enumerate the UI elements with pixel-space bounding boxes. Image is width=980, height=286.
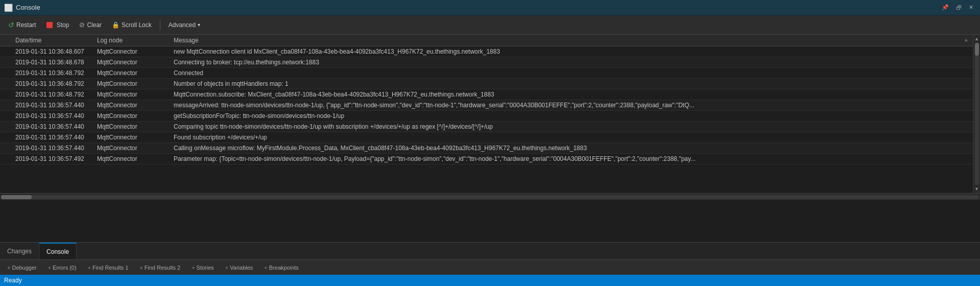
table-row: 2019-01-31 10:36:57.440MqttConnectormess… [0, 100, 973, 111]
row-indicator [0, 122, 11, 132]
log-outer: Date/time Log node Message ▲ 201 [0, 35, 980, 193]
bottom-tab-debugger[interactable]: + Debugger [2, 263, 42, 273]
row-indicator [0, 132, 11, 143]
log-table-header: Date/time Log node Message ▲ [0, 35, 973, 46]
row-lognode: MqttConnector [93, 154, 170, 164]
scroll-up-button[interactable]: ▲ [973, 36, 981, 42]
status-bar: Ready [0, 275, 980, 286]
console-area: Date/time Log node Message ▲ 201 [0, 35, 980, 242]
plus-icon-2: + [48, 265, 51, 271]
hscroll-thumb [1, 195, 32, 199]
vscroll-thumb [975, 43, 979, 56]
row-message: Found subscription +/devices/+/up [170, 132, 973, 143]
table-row: 2019-01-31 10:36:57.440MqttConnectorCall… [0, 143, 973, 154]
table-row: 2019-01-31 10:36:57.440MqttConnectorComp… [0, 122, 973, 132]
table-row: 2019-01-31 10:36:57.492MqttConnectorPara… [0, 154, 973, 164]
restart-icon: ↺ [8, 21, 14, 29]
row-message: new MqttConnection client id MxClient_cb… [170, 46, 973, 57]
row-indicator [0, 111, 11, 122]
row-indicator [0, 57, 11, 68]
bottom-tab-breakpoints[interactable]: + Breakpoints [259, 263, 304, 273]
row-lognode: MqttConnector [93, 143, 170, 154]
stop-button[interactable]: Stop [42, 20, 74, 30]
restore-button[interactable]: 🗗 [953, 3, 964, 12]
tab-changes[interactable]: Changes [0, 243, 39, 259]
row-datetime: 2019-01-31 10:36:48.792 [11, 79, 93, 89]
row-indicator [0, 143, 11, 154]
row-message: getSubscriptionForTopic: ttn-node-simon/… [170, 111, 973, 122]
col-lognode: Log node [93, 35, 170, 46]
plus-icon-7: + [264, 265, 267, 271]
title-bar-label: Console [16, 4, 40, 11]
toolbar-separator [160, 20, 160, 30]
bottom-tab-variables[interactable]: + Variables [220, 263, 258, 273]
row-indicator [0, 100, 11, 111]
plus-icon-6: + [225, 265, 228, 271]
row-message: Comparing topic ttn-node-simon/devices/t… [170, 122, 973, 132]
row-message: Parameter map: {Topic=ttn-node-simon/dev… [170, 154, 973, 164]
row-message: Number of objects in mqttHandlers map: 1 [170, 79, 973, 89]
log-content: Date/time Log node Message ▲ 201 [0, 35, 973, 193]
col-message: Message ▲ [170, 35, 973, 46]
restart-button[interactable]: ↺ Restart [4, 19, 40, 31]
bottom-tab-find-results-1[interactable]: + Find Results 1 [83, 263, 134, 273]
row-indicator [0, 68, 11, 79]
scroll-down-button[interactable]: ▼ [973, 186, 981, 192]
pin-button[interactable]: 📌 [939, 3, 951, 12]
row-indicator [0, 46, 11, 57]
plus-icon-3: + [88, 265, 91, 271]
bottom-tabs-area: Changes Console [0, 242, 980, 259]
row-lognode: MqttConnector [93, 57, 170, 68]
row-lognode: MqttConnector [93, 79, 170, 89]
stop-icon [46, 22, 53, 28]
plus-icon-5: + [192, 265, 195, 271]
row-lognode: MqttConnector [93, 100, 170, 111]
lock-icon: 🔒 [112, 21, 119, 29]
bottom-bar: + Debugger + Errors (0) + Find Results 1… [0, 259, 980, 275]
row-datetime: 2019-01-31 10:36:57.492 [11, 154, 93, 164]
row-datetime: 2019-01-31 10:36:57.440 [11, 100, 93, 111]
row-datetime: 2019-01-31 10:36:48.792 [11, 89, 93, 100]
row-indicator [0, 79, 11, 89]
row-datetime: 2019-01-31 10:36:57.440 [11, 132, 93, 143]
close-button[interactable]: ✕ [966, 3, 976, 12]
title-bar-controls: 📌 🗗 ✕ [939, 3, 976, 12]
clear-button[interactable]: ⊘ Clear [75, 19, 106, 30]
tab-console[interactable]: Console [39, 243, 77, 259]
table-row: 2019-01-31 10:36:48.792MqttConnectorNumb… [0, 79, 973, 89]
table-row: 2019-01-31 10:36:48.678MqttConnectorConn… [0, 57, 973, 68]
chevron-down-icon: ▾ [198, 22, 200, 28]
col-datetime: Date/time [11, 35, 93, 46]
log-tbody: 2019-01-31 10:36:48.607MqttConnectornew … [0, 46, 973, 164]
log-table: Date/time Log node Message ▲ 201 [0, 35, 973, 164]
row-lognode: MqttConnector [93, 68, 170, 79]
row-lognode: MqttConnector [93, 111, 170, 122]
row-message: MqttConnection.subscribe: MxClient_cba08… [170, 89, 973, 100]
bottom-tab-stories[interactable]: + Stories [186, 263, 219, 273]
row-indicator [0, 89, 11, 100]
row-datetime: 2019-01-31 10:36:57.440 [11, 122, 93, 132]
toolbar: ↺ Restart Stop ⊘ Clear 🔒 Scroll Lock Adv… [0, 15, 980, 35]
vertical-scrollbar[interactable]: ▲ ▼ [973, 35, 980, 193]
plus-icon-4: + [139, 265, 142, 271]
row-datetime: 2019-01-31 10:36:48.678 [11, 57, 93, 68]
sort-icon: ▲ [964, 37, 969, 42]
row-indicator [0, 154, 11, 164]
row-datetime: 2019-01-31 10:36:48.792 [11, 68, 93, 79]
row-datetime: 2019-01-31 10:36:48.607 [11, 46, 93, 57]
table-row: 2019-01-31 10:36:48.792MqttConnectorConn… [0, 68, 973, 79]
scroll-lock-button[interactable]: 🔒 Scroll Lock [108, 20, 156, 30]
col-indicator [0, 35, 11, 46]
bottom-tab-find-results-2[interactable]: + Find Results 2 [134, 263, 185, 273]
horizontal-scrollbar-area[interactable] [0, 193, 980, 200]
row-lognode: MqttConnector [93, 122, 170, 132]
bottom-tab-errors[interactable]: + Errors (0) [43, 263, 82, 273]
row-message: messageArrived: ttn-node-simon/devices/t… [170, 100, 973, 111]
hscroll-track [1, 195, 979, 199]
row-lognode: MqttConnector [93, 132, 170, 143]
table-row: 2019-01-31 10:36:57.440MqttConnectorFoun… [0, 132, 973, 143]
console-icon: ⬜ [4, 4, 13, 12]
advanced-button[interactable]: Advanced ▾ [164, 20, 204, 30]
table-row: 2019-01-31 10:36:48.792MqttConnectorMqtt… [0, 89, 973, 100]
status-text: Ready [4, 277, 22, 284]
